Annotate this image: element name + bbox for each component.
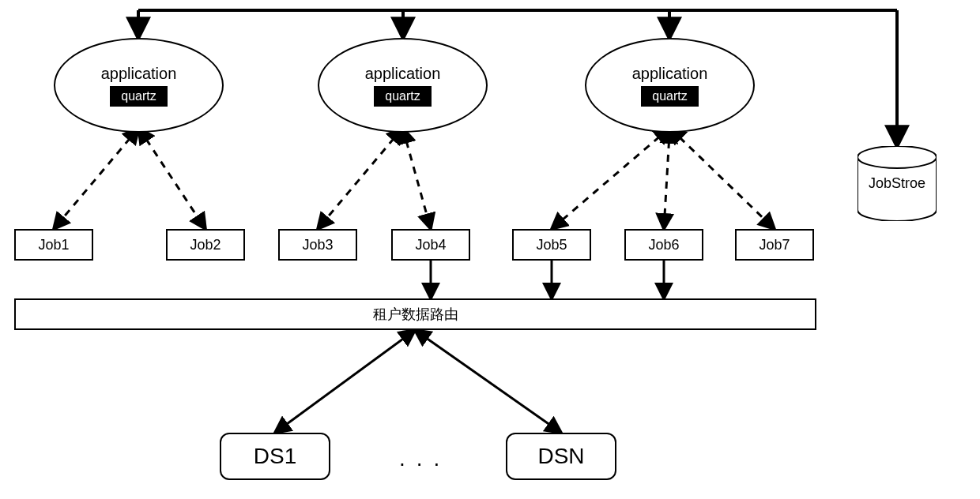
job-label: Job5 [536,237,567,253]
job-box-job6: Job6 [624,229,703,261]
app-ellipse-1: applicationquartz [54,38,224,133]
router-label: 租户数据路由 [373,305,458,324]
job-label: Job4 [415,237,446,253]
job-box-job7: Job7 [735,229,814,261]
job-box-job1: Job1 [14,229,93,261]
svg-line-8 [403,128,432,229]
quartz-badge: quartz [374,86,431,107]
svg-line-10 [664,128,670,229]
job-box-job2: Job2 [166,229,245,261]
datasource-ds1: DS1 [220,433,330,480]
svg-line-6 [139,128,206,229]
tenant-data-router: 租户数据路由 [14,298,816,330]
dots-text: ... [399,446,450,471]
app-label: application [101,65,177,83]
app-ellipse-2: applicationquartz [318,38,488,133]
datasource-dsn: DSN [506,433,616,480]
svg-line-5 [54,128,139,229]
svg-line-9 [552,128,670,229]
ellipsis-dots: ... [399,446,450,471]
jobstore-label: JobStroe [869,175,925,192]
quartz-badge: quartz [110,86,167,107]
job-box-job3: Job3 [278,229,357,261]
job-label: Job3 [302,237,333,253]
svg-point-17 [858,146,937,168]
job-label: Job2 [190,237,220,253]
svg-line-16 [415,330,561,433]
jobstore-cylinder: JobStroe [858,146,937,221]
datasource-label: DS1 [254,444,296,469]
app-label: application [365,65,441,83]
datasource-label: DSN [537,444,584,469]
job-label: Job6 [648,237,679,253]
job-box-job4: Job4 [391,229,470,261]
app-label: application [632,65,708,83]
app-ellipse-3: applicationquartz [585,38,755,133]
job-label: Job1 [38,237,69,253]
svg-line-15 [275,330,415,433]
job-label: Job7 [759,237,790,253]
quartz-badge: quartz [641,86,698,107]
svg-line-11 [670,128,775,229]
job-box-job5: Job5 [512,229,591,261]
svg-line-7 [318,128,403,229]
